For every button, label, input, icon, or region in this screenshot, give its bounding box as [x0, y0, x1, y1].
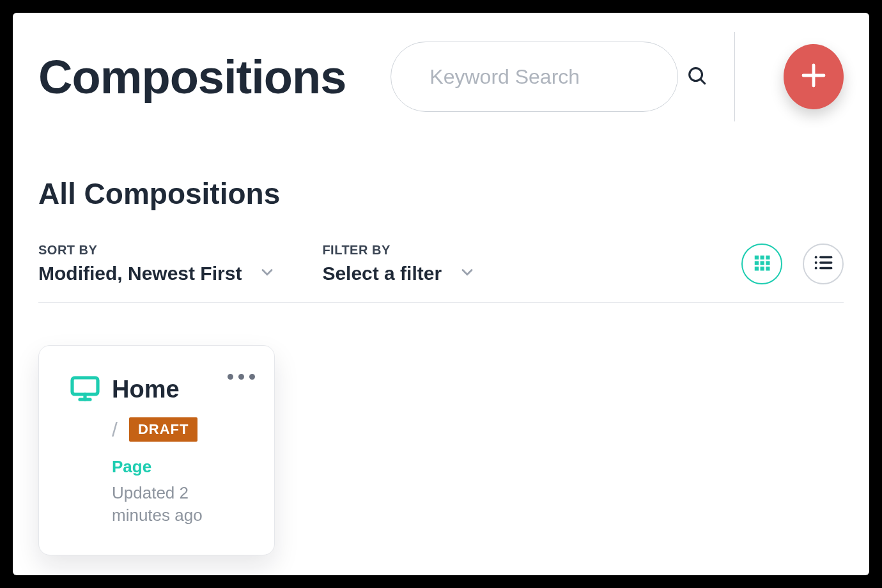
filter-by-dropdown[interactable]: Select a filter: [322, 263, 476, 284]
svg-point-17: [815, 267, 817, 270]
svg-rect-7: [755, 261, 759, 265]
svg-rect-10: [755, 267, 759, 270]
search-icon[interactable]: [686, 65, 708, 89]
svg-rect-6: [766, 256, 770, 259]
sort-by-value: Modified, Newest First: [38, 263, 242, 284]
dots-icon: [238, 374, 244, 380]
card-path: /: [112, 418, 118, 442]
sort-by-dropdown[interactable]: Modified, Newest First: [38, 263, 276, 284]
add-composition-button[interactable]: [784, 44, 844, 109]
card-actions-button[interactable]: [228, 374, 255, 380]
search-container: [391, 42, 678, 112]
svg-rect-11: [761, 267, 764, 270]
search-input[interactable]: [429, 65, 686, 89]
svg-rect-12: [766, 267, 770, 270]
svg-rect-5: [761, 256, 764, 259]
grid-icon: [752, 253, 771, 275]
svg-rect-19: [72, 378, 98, 394]
header-divider: [734, 32, 735, 121]
sort-by-label: SORT BY: [38, 243, 276, 258]
card-type: Page: [70, 457, 256, 477]
svg-point-15: [815, 261, 817, 264]
card-updated: Updated 2 minutes ago: [70, 482, 223, 527]
grid-view-button[interactable]: [741, 244, 782, 284]
status-badge: DRAFT: [129, 417, 198, 442]
monitor-icon: [70, 373, 100, 406]
list-icon: [812, 252, 834, 276]
svg-point-13: [815, 256, 817, 259]
list-view-button[interactable]: [803, 244, 844, 284]
section-title: All Compositions: [38, 176, 844, 211]
svg-rect-4: [755, 256, 759, 259]
chevron-down-icon: [458, 263, 476, 284]
card-title: Home: [112, 376, 180, 403]
dots-icon: [249, 374, 255, 380]
svg-rect-8: [761, 261, 764, 265]
svg-line-1: [700, 79, 705, 84]
svg-rect-9: [766, 261, 770, 265]
filter-by-label: FILTER BY: [322, 243, 476, 258]
filter-by-value: Select a filter: [322, 263, 442, 284]
dots-icon: [228, 374, 233, 380]
page-title: Compositions: [38, 50, 346, 104]
plus-icon: [798, 60, 829, 93]
composition-card[interactable]: Home / DRAFT Page Updated 2 minutes ago: [38, 345, 275, 555]
chevron-down-icon: [258, 263, 276, 284]
